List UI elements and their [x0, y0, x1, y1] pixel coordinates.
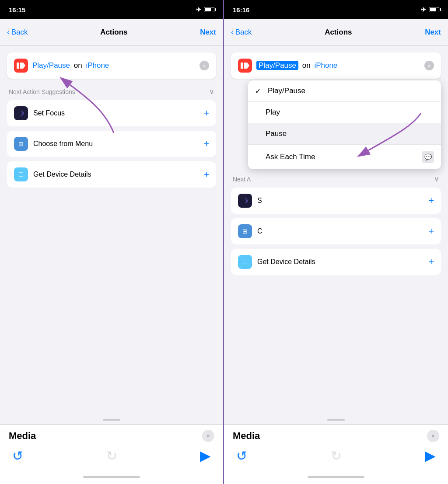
right-dropdown-menu[interactable]: ✓ Play/Pause Play Pause Ask Each Time 💬 [248, 80, 441, 169]
left-action-device: iPhone [86, 61, 109, 70]
right-media-title: Media [233, 430, 260, 442]
left-content: Play/Pause on iPhone × Next Action Sugge… [0, 45, 223, 415]
right-action-card[interactable]: Play/Pause on iPhone × [231, 52, 441, 79]
right-focus-moon-icon: ☽ [242, 197, 248, 205]
right-device-phone-icon: □ [243, 258, 247, 266]
battery-icon [204, 7, 214, 12]
left-status-bar: 16:15 ✈ [0, 0, 223, 19]
left-device-label: Get Device Details [33, 171, 198, 178]
right-airplane-icon: ✈ [421, 6, 426, 13]
right-set-focus-add[interactable]: + [428, 195, 434, 206]
right-media-close[interactable]: × [427, 430, 439, 442]
right-action-on: on [302, 61, 311, 70]
left-suggestions-header: Next Action Suggestions ∨ [7, 87, 216, 96]
left-nav-bar: ‹ Back Actions Next [0, 19, 223, 45]
right-status-icons: ✈ [421, 6, 439, 13]
dropdown-checkmark: ✓ [255, 87, 261, 95]
right-action-playpause: Play/Pause [256, 61, 298, 70]
left-nav-title: Actions [100, 28, 127, 37]
right-suggestions-label: Next A [233, 176, 251, 183]
right-panel: 16:16 ✈ ‹ Back Actions Next [224, 0, 448, 484]
dropdown-item-play[interactable]: Play [248, 102, 441, 123]
left-set-focus-add[interactable]: + [203, 108, 209, 119]
left-action-close[interactable]: × [200, 61, 209, 70]
left-back-label: Back [11, 28, 28, 37]
dropdown-item-playpause[interactable]: ✓ Play/Pause [248, 80, 441, 102]
left-suggestion-set-focus[interactable]: ☽ Set Focus + [7, 100, 216, 126]
dropdown-item-ask-each[interactable]: Ask Each Time 💬 [248, 145, 441, 169]
left-media-close[interactable]: × [202, 430, 214, 442]
right-content: Play/Pause on iPhone × ✓ Play/Pause Play [224, 45, 448, 415]
right-forward-button[interactable]: ↻ [331, 448, 342, 463]
left-suggestion-device[interactable]: □ Get Device Details + [7, 161, 216, 188]
right-choose-menu-label: C [257, 227, 423, 235]
right-suggestions-area: Next A ∨ ☽ S + ⊞ C + □ [231, 175, 441, 275]
svg-rect-4 [241, 63, 243, 69]
right-status-bar: 16:16 ✈ [224, 0, 448, 19]
focus-moon-icon: ☽ [18, 109, 24, 118]
dropdown-ask-each-icon: 💬 [422, 151, 434, 163]
comment-icon: 💬 [424, 153, 432, 160]
right-action-text: Play/Pause on iPhone [256, 61, 420, 70]
right-nav-title: Actions [325, 28, 352, 37]
left-forward-button[interactable]: ↻ [106, 448, 117, 463]
right-back-button[interactable]: ‹ Back [231, 28, 252, 37]
left-action-card[interactable]: Play/Pause on iPhone × [7, 52, 216, 79]
right-next-button[interactable]: Next [425, 28, 441, 37]
left-rewind-button[interactable]: ↺ [12, 448, 23, 463]
left-set-focus-label: Set Focus [33, 109, 198, 117]
right-time: 16:16 [233, 6, 249, 14]
left-device-icon: □ [14, 167, 28, 181]
dropdown-playpause-label: Play/Pause [268, 87, 305, 95]
left-choose-menu-label: Choose from Menu [33, 140, 198, 148]
right-close-icon: × [427, 63, 431, 69]
right-media-controls: ↺ ↻ ▶ [233, 447, 439, 464]
right-suggestion-set-focus[interactable]: ☽ S + [231, 188, 441, 214]
right-scroll-indicator [327, 419, 345, 421]
left-media-bar: Media × ↺ ↻ ▶ [0, 424, 223, 469]
right-back-label: Back [235, 28, 252, 37]
right-menu-icon: ⊞ [238, 224, 252, 238]
right-choose-menu-add[interactable]: + [428, 226, 434, 237]
menu-grid-icon: ⊞ [18, 140, 24, 147]
right-battery-icon [429, 7, 439, 12]
left-suggestion-choose-menu[interactable]: ⊞ Choose from Menu + [7, 131, 216, 157]
right-suggestion-device[interactable]: □ Get Device Details + [231, 249, 441, 275]
left-focus-icon: ☽ [14, 106, 28, 120]
dropdown-pause-label: Pause [255, 129, 287, 138]
right-device-label: Get Device Details [257, 258, 423, 266]
right-media-bar: Media × ↺ ↻ ▶ [224, 424, 448, 469]
right-action-close[interactable]: × [424, 61, 434, 70]
left-play-button[interactable]: ▶ [200, 447, 211, 464]
right-rewind-button[interactable]: ↺ [236, 448, 247, 463]
left-back-button[interactable]: ‹ Back [7, 28, 28, 37]
left-panel: 16:15 ✈ ‹ Back Actions Next [0, 0, 224, 484]
left-device-add[interactable]: + [203, 169, 209, 180]
svg-rect-5 [244, 63, 247, 69]
right-suggestion-choose-menu[interactable]: ⊞ C + [231, 218, 441, 244]
right-device-icon: □ [238, 255, 252, 269]
right-suggestions-chevron: ∨ [434, 175, 439, 183]
left-next-button[interactable]: Next [200, 28, 216, 37]
right-play-button[interactable]: ▶ [425, 447, 436, 464]
dropdown-item-pause[interactable]: Pause [248, 123, 441, 145]
right-set-focus-label: S [257, 197, 423, 205]
left-media-controls: ↺ ↻ ▶ [9, 447, 214, 464]
left-close-icon: × [203, 63, 206, 69]
right-device-add[interactable]: + [428, 256, 434, 268]
right-back-chevron: ‹ [231, 28, 234, 37]
left-scroll-indicator [103, 419, 120, 421]
left-home-bar [0, 469, 223, 484]
left-time: 16:15 [9, 6, 25, 14]
left-action-text: Play/Pause on iPhone [32, 61, 195, 70]
left-choose-menu-add[interactable]: + [203, 138, 209, 150]
left-action-playpause: Play/Pause [32, 61, 70, 70]
right-media-icon [241, 63, 249, 69]
right-media-close-icon: × [431, 432, 435, 439]
right-suggestions-header: Next A ∨ [231, 175, 441, 183]
right-nav-bar: ‹ Back Actions Next [224, 19, 448, 45]
left-home-indicator [83, 476, 140, 478]
right-home-bar [224, 469, 448, 484]
svg-marker-2 [23, 63, 25, 69]
left-back-chevron: ‹ [7, 28, 10, 37]
